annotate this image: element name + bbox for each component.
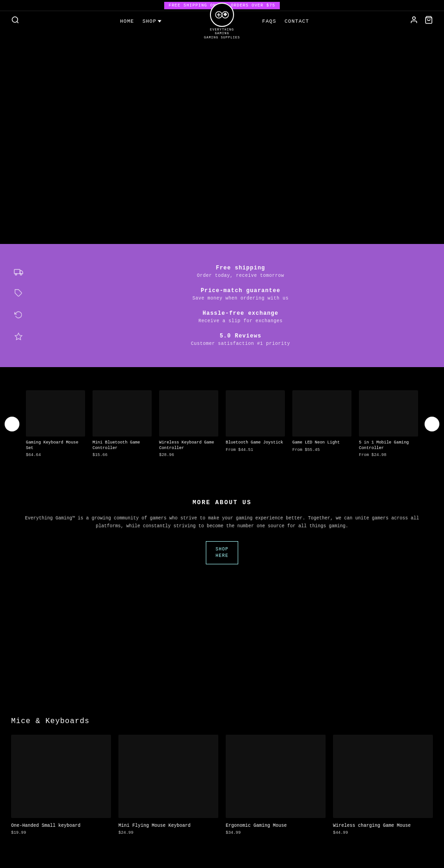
svg-line-1 — [17, 21, 18, 23]
feature-shipping-title: Free shipping — [197, 265, 284, 271]
mk-product-price-3: $44.99 — [333, 831, 433, 835]
mk-product-card-2[interactable]: Ergonomic Gaming Mouse $34.99 — [226, 735, 326, 835]
product-image-0 — [26, 390, 85, 437]
svg-point-10 — [225, 15, 226, 16]
product-price-4: From $55.45 — [292, 448, 352, 452]
mice-keyboards-heading: Mice & Keyboards — [11, 717, 433, 725]
product-image-1 — [92, 390, 152, 437]
mk-product-image-3 — [333, 735, 433, 818]
product-name-4: Game LED Neon Light — [292, 440, 352, 446]
product-name-0: Gaming Keyboard Mouse Set — [26, 440, 85, 451]
feature-shipping-subtitle: Order today, receive tomorrow — [197, 273, 284, 278]
right-nav: FAQS CONTACT — [262, 19, 309, 24]
about-section: MORE ABOUT US Everything Gaming™ is a gr… — [0, 476, 444, 583]
nav-faqs[interactable]: FAQS — [262, 19, 276, 24]
features-content: Free shipping Order today, receive tomor… — [37, 258, 444, 353]
mk-product-name-3: Wireless charging Game Mouse — [333, 823, 433, 829]
mk-product-price-1: $24.99 — [118, 831, 218, 835]
mk-product-image-2 — [226, 735, 326, 818]
svg-point-0 — [12, 17, 18, 22]
header-left — [11, 16, 19, 26]
product-name-1: Mini Bluetooth Game Controller — [92, 440, 152, 451]
svg-marker-17 — [15, 333, 22, 340]
mice-keyboards-section: Mice & Keyboards One-Handed Small keyboa… — [0, 703, 444, 854]
nav-shop[interactable]: SHOP — [142, 19, 161, 24]
product-price-2: $28.96 — [159, 453, 218, 457]
feature-exchange-title: Hassle-free exchange — [198, 310, 283, 317]
feature-exchange-subtitle: Receive a slip for exchanges — [198, 318, 283, 324]
logo-icon — [210, 3, 234, 27]
product-card-3[interactable]: Bluetooth Game Joystick From $44.51 — [226, 390, 285, 457]
svg-point-7 — [224, 14, 225, 15]
mk-product-card-1[interactable]: Mini Flying Mouse Keyboard $24.99 — [118, 735, 218, 835]
more-products-area — [0, 583, 444, 703]
mk-product-name-0: One-Handed Small keyboard — [11, 823, 111, 829]
product-card-4[interactable]: Game LED Neon Light From $55.45 — [292, 390, 352, 457]
svg-point-14 — [15, 274, 17, 275]
mk-product-card-0[interactable]: One-Handed Small keyboard $19.99 — [11, 735, 111, 835]
search-icon[interactable] — [11, 16, 19, 26]
mk-product-name-2: Ergonomic Gaming Mouse — [226, 823, 326, 829]
refresh-icon — [14, 311, 23, 321]
star-icon — [14, 332, 23, 343]
carousel-next-button[interactable] — [425, 417, 439, 431]
svg-point-8 — [226, 14, 227, 15]
products-row: Gaming Keyboard Mouse Set $64.64 Mini Bl… — [24, 390, 420, 457]
main-nav: HOME SHOP — [120, 19, 162, 24]
product-price-1: $15.66 — [92, 453, 152, 457]
product-card-5[interactable]: 5 in 1 Mobile Gaming Controller From $24… — [359, 390, 418, 457]
product-name-3: Bluetooth Game Joystick — [226, 440, 285, 446]
nav-contact[interactable]: CONTACT — [284, 19, 309, 24]
shop-here-button[interactable]: SHOP HERE — [206, 541, 238, 564]
product-card-2[interactable]: Wireless Keyboard Game Controller $28.96 — [159, 390, 218, 457]
feature-shipping: Free shipping Order today, receive tomor… — [197, 265, 284, 278]
header: HOME SHOP EVERYTHING GAMING GAMING SUPPL… — [0, 11, 444, 31]
mk-product-price-2: $34.99 — [226, 831, 326, 835]
product-price-5: From $24.98 — [359, 453, 418, 457]
truck-icon — [14, 268, 23, 278]
bottom-filler — [0, 854, 444, 868]
logo-text: EVERYTHING GAMING GAMING SUPPLIES — [204, 28, 240, 39]
product-name-2: Wireless Keyboard Game Controller — [159, 440, 218, 451]
feature-price-title: Price-match guarantee — [192, 287, 289, 294]
site-logo: EVERYTHING GAMING GAMING SUPPLIES — [204, 3, 240, 39]
mk-product-image-1 — [118, 735, 218, 818]
about-heading: MORE ABOUT US — [18, 499, 426, 506]
account-icon[interactable] — [410, 16, 418, 26]
product-name-5: 5 in 1 Mobile Gaming Controller — [359, 440, 418, 451]
product-price-3: From $44.51 — [226, 448, 285, 452]
feature-price: Price-match guarantee Save money when or… — [192, 287, 289, 301]
nav-home[interactable]: HOME — [120, 19, 134, 24]
mk-product-image-0 — [11, 735, 111, 818]
cart-icon[interactable] — [425, 16, 433, 26]
features-section: Free shipping Order today, receive tomor… — [0, 244, 444, 367]
mk-product-price-0: $19.99 — [11, 831, 111, 835]
products-carousel-section: Gaming Keyboard Mouse Set $64.64 Mini Bl… — [0, 367, 444, 476]
header-right — [410, 16, 433, 26]
feature-price-subtitle: Save money when ordering with us — [192, 296, 289, 301]
product-image-2 — [159, 390, 218, 437]
product-image-3 — [226, 390, 285, 437]
feature-reviews-subtitle: Customer satisfaction #1 priority — [191, 341, 290, 346]
mk-product-name-1: Mini Flying Mouse Keyboard — [118, 823, 218, 829]
product-price-0: $64.64 — [26, 453, 85, 457]
product-image-4 — [292, 390, 352, 437]
feature-reviews: 5.0 Reviews Customer satisfaction #1 pri… — [191, 333, 290, 346]
carousel-prev-button[interactable] — [5, 417, 19, 431]
tag-icon — [14, 289, 23, 300]
feature-reviews-title: 5.0 Reviews — [191, 333, 290, 339]
features-icons — [0, 258, 37, 353]
svg-point-9 — [225, 13, 226, 14]
mk-products-row: One-Handed Small keyboard $19.99 Mini Fl… — [11, 735, 433, 835]
svg-point-15 — [20, 274, 22, 275]
feature-exchange: Hassle-free exchange Receive a slip for … — [198, 310, 283, 324]
about-text: Everything Gaming™ is a growing communit… — [18, 514, 426, 530]
product-image-5 — [359, 390, 418, 437]
product-card-1[interactable]: Mini Bluetooth Game Controller $15.66 — [92, 390, 152, 457]
svg-rect-13 — [14, 269, 20, 274]
svg-point-11 — [413, 17, 415, 19]
svg-marker-2 — [158, 20, 161, 22]
carousel-wrapper: Gaming Keyboard Mouse Set $64.64 Mini Bl… — [0, 386, 444, 462]
product-card-0[interactable]: Gaming Keyboard Mouse Set $64.64 — [26, 390, 85, 457]
mk-product-card-3[interactable]: Wireless charging Game Mouse $44.99 — [333, 735, 433, 835]
